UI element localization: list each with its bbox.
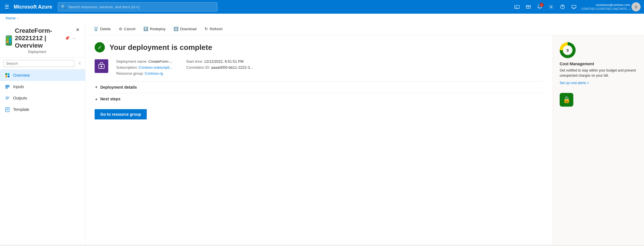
overview-icon [5,72,10,78]
svg-rect-15 [5,85,9,86]
search-icon: 🔍 [61,5,66,9]
svg-rect-13 [5,76,7,77]
svg-rect-11 [5,73,7,75]
cloud-shell-icon[interactable] [512,2,522,12]
svg-point-3 [528,7,529,8]
avatar[interactable]: S [631,2,641,11]
global-search-input[interactable] [68,5,214,9]
success-check-icon: ✓ [95,42,105,52]
page-header: CreateForm-20221212 | Overview 📌 ··· Dep… [0,23,85,58]
svg-point-6 [562,8,563,8]
deployment-details-section[interactable]: ▼ Deployment details [95,81,543,93]
directory-icon[interactable] [523,2,533,12]
content-secondary: $ Cost Management Get notified to stay w… [553,35,644,245]
cancel-button[interactable]: ⊘ Cancel [115,25,139,33]
svg-rect-9 [7,41,9,43]
resource-icon [6,35,12,46]
home-breadcrumb[interactable]: Home [6,16,16,20]
next-steps-chevron-icon: ▲ [95,97,98,101]
redeploy-button[interactable]: ⬆️ Redeploy [140,25,169,33]
sidebar-item-template[interactable]: Template [0,104,85,115]
next-steps-label: Next steps [100,97,121,101]
hamburger-menu-icon[interactable]: ☰ [3,3,10,11]
donut-chart: $ [560,42,576,58]
outputs-icon [5,95,10,101]
deployment-resource-icon [95,59,108,73]
user-info: soniarees@contoso.com CONTOSO (CONTOSO.O… [581,3,630,11]
svg-rect-10 [9,41,11,43]
page-title: CreateForm-20221212 | Overview [15,27,62,49]
svg-rect-8 [9,38,11,40]
download-button[interactable]: ⬇️ Download [170,25,200,33]
svg-rect-7 [7,38,9,40]
notifications-icon[interactable]: 1 [535,2,545,12]
start-time-label: Start time: [186,59,203,64]
next-steps-content: Go to resource group [95,105,543,124]
start-time-value: 12/12/2022, 6:51:51 PM [204,59,244,64]
pin-icon[interactable]: 📌 [65,36,70,40]
sidebar: CreateForm-20221212 | Overview 📌 ··· Dep… [0,23,85,245]
resource-group-line: Resource group: Contoso-rg [116,71,172,76]
refresh-icon: ↻ [205,27,208,31]
help-icon[interactable] [557,2,568,12]
toolbar: 🗑️ Delete ⊘ Cancel ⬆️ Redeploy ⬇️ Downlo… [85,23,644,35]
svg-rect-17 [5,88,8,89]
deployment-name-label: Deployment name: [116,59,147,64]
deployment-details-label: Deployment details [100,85,137,90]
sidebar-item-inputs[interactable]: Inputs [0,81,85,92]
main-content: ✓ Your deployment is complete [85,35,644,245]
cost-management-title: Cost Management [560,62,637,66]
inputs-label: Inputs [13,84,24,89]
set-up-cost-alerts-link[interactable]: Set up cost alerts > [560,81,589,85]
sidebar-search-row: 《 [0,58,85,70]
security-shield-icon: 🔒 [560,93,573,107]
more-options-icon[interactable]: ··· [72,36,76,40]
cost-management-description: Get notified to stay within your budget … [560,68,637,78]
svg-rect-14 [8,76,9,77]
redeploy-icon: ⬆️ [143,27,148,31]
global-search-box[interactable]: 🔍 [58,2,217,11]
correlation-label: Correlation ID: [186,65,210,70]
settings-icon[interactable] [546,2,556,12]
deployment-info-left: Deployment name: CreateForm-... Subscrip… [116,59,172,77]
content-primary: ✓ Your deployment is complete [85,35,553,245]
subscription-line: Subscription: Contoso-subscripti... [116,65,172,70]
next-steps-section[interactable]: ▲ Next steps [95,93,543,105]
donut-inner: $ [563,45,572,55]
notification-badge: 1 [540,3,544,7]
svg-rect-16 [5,86,9,87]
deployment-complete-title: Your deployment is complete [109,43,212,52]
main-layout: CreateForm-20221212 | Overview 📌 ··· Dep… [0,23,644,245]
download-icon: ⬇️ [174,27,178,31]
go-to-resource-group-button[interactable]: Go to resource group [95,109,147,119]
deployment-name-value: CreateForm-... [148,59,173,64]
nav-icon-group: 1 soniarees@contoso.com CONTOSO (CONTOSO… [512,2,641,12]
start-time-line: Start time: 12/12/2022, 6:51:51 PM [186,59,253,64]
sidebar-item-overview[interactable]: Overview [0,70,85,81]
deployment-info-cols: Deployment name: CreateForm-... Subscrip… [116,59,253,77]
collapse-sidebar-icon[interactable]: 《 [76,60,82,66]
correlation-line: Correlation ID: aaaa0000-bb11-2222-3... [186,65,253,70]
feedback-icon[interactable] [569,2,579,12]
resource-group-link[interactable]: Contoso-rg [145,71,163,76]
delete-button[interactable]: 🗑️ Delete [90,25,114,33]
breadcrumb: Home › [0,14,644,23]
correlation-value: aaaa0000-bb11-2222-3... [211,65,253,70]
close-icon[interactable]: ✕ [76,27,80,32]
template-icon [5,107,10,112]
svg-rect-12 [8,73,9,75]
refresh-button[interactable]: ↻ Refresh [201,25,226,33]
details-chevron-icon: ▼ [95,85,98,89]
sidebar-item-outputs[interactable]: Outputs [0,92,85,104]
cost-management-card: $ Cost Management Get notified to stay w… [560,42,637,85]
azure-logo: Microsoft Azure [14,4,52,10]
sidebar-search-input[interactable] [3,60,74,67]
template-label: Template [13,107,29,112]
resource-group-label: Resource group: [116,71,144,76]
deployment-name-line: Deployment name: CreateForm-... [116,59,172,64]
deployment-info-right: Start time: 12/12/2022, 6:51:51 PM Corre… [186,59,253,77]
subscription-link[interactable]: Contoso-subscripti... [139,65,173,70]
top-navigation: ☰ Microsoft Azure 🔍 1 soniarees@contoso.… [0,0,644,14]
page-subtitle: Deployment [28,50,76,54]
svg-point-26 [101,66,102,67]
